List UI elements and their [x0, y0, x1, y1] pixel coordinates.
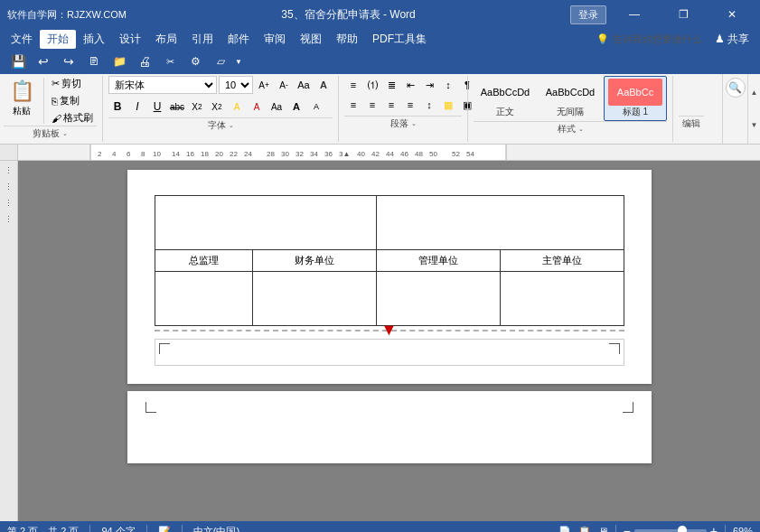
- view-print-icon[interactable]: 📄: [558, 526, 571, 533]
- decrease-indent-button[interactable]: ⇤: [401, 76, 419, 94]
- align-left-button[interactable]: ≡: [344, 96, 362, 114]
- ribbon-scroll-down[interactable]: ▼: [751, 121, 758, 129]
- align-right-button[interactable]: ≡: [382, 96, 400, 114]
- close-button[interactable]: ✕: [711, 0, 753, 29]
- menu-layout[interactable]: 布局: [148, 30, 184, 49]
- open-qa-button[interactable]: 📁: [108, 51, 130, 72]
- side-icon-3[interactable]: ⋮: [3, 197, 15, 210]
- text-highlight-button[interactable]: A: [228, 98, 246, 116]
- settings-qa-button[interactable]: ⚙: [184, 51, 206, 72]
- shapes-qa-button[interactable]: ▱: [210, 51, 231, 72]
- numbering-button[interactable]: ⑴: [363, 76, 381, 94]
- underline-button[interactable]: U: [148, 98, 166, 116]
- view-web-icon[interactable]: 📋: [578, 526, 591, 533]
- menu-mailings[interactable]: 邮件: [220, 30, 257, 49]
- font-name-select[interactable]: 新宋体: [108, 76, 217, 94]
- group-divider-2: [338, 76, 339, 142]
- font-row-1: 新宋体 10 A+ A- Aa A: [108, 76, 333, 94]
- svg-text:28: 28: [267, 150, 275, 158]
- font-size-small[interactable]: A: [307, 98, 325, 116]
- clipboard-small-btns: ✂ 剪切 ⎘ 复制 🖌 格式刷: [48, 76, 97, 126]
- font-size-down-button[interactable]: A-: [275, 76, 293, 94]
- side-icon-1[interactable]: ⋮: [3, 164, 15, 177]
- svg-text:32: 32: [296, 150, 304, 158]
- view-read-icon[interactable]: 🖥: [598, 526, 608, 532]
- menu-review[interactable]: 审阅: [257, 30, 293, 49]
- font-size-up-button[interactable]: A+: [255, 76, 273, 94]
- side-icon-2[interactable]: ⋮: [3, 181, 15, 193]
- menu-file[interactable]: 文件: [4, 30, 40, 49]
- increase-indent-button[interactable]: ⇥: [420, 76, 438, 94]
- shading-button[interactable]: Aa: [267, 98, 286, 116]
- align-center-button[interactable]: ≡: [363, 96, 381, 114]
- superscript-button[interactable]: X2: [208, 98, 226, 116]
- restore-button[interactable]: ❐: [662, 0, 704, 29]
- document-canvas[interactable]: 总监理 财务单位 管理单位 主管单位 ▼: [18, 161, 760, 521]
- undo-qa-button[interactable]: ↩: [33, 51, 54, 72]
- zoom-thumb[interactable]: [678, 526, 687, 532]
- sort-button[interactable]: ↕: [439, 76, 457, 94]
- redo-qa-button[interactable]: ↪: [58, 51, 80, 72]
- multilevel-button[interactable]: ≣: [382, 76, 400, 94]
- approval-table: 总监理 财务单位 管理单位 主管单位: [155, 195, 624, 326]
- print-qa-button[interactable]: 🖨: [134, 51, 155, 72]
- format-paint-button[interactable]: 🖌 格式刷: [48, 110, 97, 126]
- corner-mark-tr: [609, 343, 620, 354]
- menu-home[interactable]: 开始: [40, 30, 76, 49]
- zoom-out-button[interactable]: −: [624, 524, 631, 532]
- save-qa-button[interactable]: 💾: [7, 51, 29, 72]
- para-expand-icon[interactable]: ⌄: [411, 120, 417, 127]
- minimize-button[interactable]: —: [614, 0, 655, 29]
- table-cell-empty-1: [155, 272, 252, 326]
- copy-button[interactable]: ⎘ 复制: [48, 93, 97, 108]
- text-effect-button[interactable]: A: [314, 76, 333, 94]
- shading-bg-button[interactable]: ▦: [439, 96, 457, 114]
- zoom-in-button[interactable]: +: [710, 524, 718, 532]
- bold-button[interactable]: B: [108, 98, 127, 116]
- line-spacing-button[interactable]: ↕: [420, 96, 438, 114]
- bullets-button[interactable]: ≡: [344, 76, 362, 94]
- style-normal[interactable]: AaBbCcDd 正文: [474, 76, 537, 121]
- format-paint-icon: 🖌: [52, 113, 61, 124]
- strikethrough-button[interactable]: abc: [168, 98, 186, 116]
- subscript-button[interactable]: X2: [188, 98, 206, 116]
- menu-design[interactable]: 设计: [112, 30, 148, 49]
- svg-text:54: 54: [466, 150, 474, 158]
- ribbon-scroll-up[interactable]: ▲: [751, 89, 758, 97]
- italic-button[interactable]: I: [128, 98, 146, 116]
- paste-button[interactable]: 📋 粘贴: [4, 76, 40, 121]
- menu-references[interactable]: 引用: [184, 30, 220, 49]
- side-icon-4[interactable]: ⋮: [3, 213, 15, 226]
- page-break-container: ▼: [155, 330, 624, 331]
- clear-format-button[interactable]: Aa: [295, 76, 313, 94]
- search-button[interactable]: 🔍: [726, 78, 746, 98]
- svg-text:10: 10: [153, 150, 161, 158]
- font-size-display[interactable]: A: [287, 98, 305, 116]
- style-no-spacing[interactable]: AaBbCcDd 无间隔: [539, 76, 602, 121]
- font-label: 字体 ⌄: [108, 117, 333, 132]
- font-row-2: B I U abc X2 X2 A A Aa A A: [108, 98, 325, 116]
- new-qa-button[interactable]: 🖹: [83, 51, 105, 72]
- menu-view[interactable]: 视图: [293, 30, 329, 49]
- login-button[interactable]: 登录: [570, 5, 606, 24]
- menu-insert[interactable]: 插入: [76, 30, 112, 49]
- justify-button[interactable]: ≡: [401, 96, 419, 114]
- cut-button[interactable]: ✂ 剪切: [48, 76, 97, 91]
- menu-help[interactable]: 帮助: [329, 30, 365, 49]
- qa-customize-dropdown[interactable]: ▼: [235, 58, 242, 66]
- clipboard-expand-icon[interactable]: ⌄: [62, 130, 68, 137]
- menu-pdf[interactable]: PDF工具集: [365, 30, 434, 49]
- style-normal-preview: AaBbCcDd: [478, 79, 532, 106]
- style-heading1[interactable]: AaBbCc 标题 1: [604, 76, 667, 121]
- font-size-select[interactable]: 10: [219, 76, 253, 94]
- cut-qa-button[interactable]: ✂: [159, 51, 181, 72]
- group-divider-3: [467, 76, 468, 142]
- tell-me-box[interactable]: 💡 告诉我你想要做什么: [591, 31, 708, 48]
- font-color-button[interactable]: A: [248, 98, 266, 116]
- document-page-2: [127, 391, 652, 463]
- share-button[interactable]: ♟ 共享: [708, 30, 756, 49]
- status-divider-5: [725, 525, 726, 532]
- font-expand-icon[interactable]: ⌄: [229, 122, 234, 129]
- styles-expand-icon[interactable]: ⌄: [578, 126, 584, 133]
- zoom-percent-label[interactable]: 69%: [733, 526, 753, 532]
